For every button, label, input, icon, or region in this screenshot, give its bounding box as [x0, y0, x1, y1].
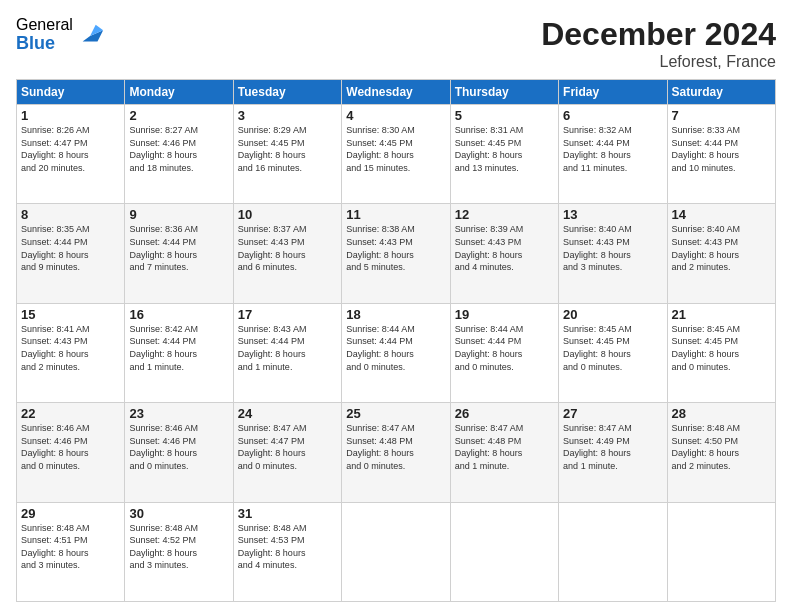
calendar-week-row: 22Sunrise: 8:46 AMSunset: 4:46 PMDayligh…	[17, 403, 776, 502]
day-number: 28	[672, 406, 771, 421]
calendar-day-cell: 14Sunrise: 8:40 AMSunset: 4:43 PMDayligh…	[667, 204, 775, 303]
day-number: 25	[346, 406, 445, 421]
day-info: Sunrise: 8:42 AMSunset: 4:44 PMDaylight:…	[129, 323, 228, 373]
day-number: 3	[238, 108, 337, 123]
calendar-day-cell: 19Sunrise: 8:44 AMSunset: 4:44 PMDayligh…	[450, 303, 558, 402]
title-block: December 2024 Leforest, France	[541, 16, 776, 71]
day-number: 27	[563, 406, 662, 421]
day-number: 6	[563, 108, 662, 123]
calendar-day-cell: 6Sunrise: 8:32 AMSunset: 4:44 PMDaylight…	[559, 105, 667, 204]
calendar-day-cell: 30Sunrise: 8:48 AMSunset: 4:52 PMDayligh…	[125, 502, 233, 601]
weekday-header-cell: Saturday	[667, 80, 775, 105]
day-number: 18	[346, 307, 445, 322]
day-number: 13	[563, 207, 662, 222]
calendar-day-cell: 11Sunrise: 8:38 AMSunset: 4:43 PMDayligh…	[342, 204, 450, 303]
calendar-day-cell: 7Sunrise: 8:33 AMSunset: 4:44 PMDaylight…	[667, 105, 775, 204]
logo-general: General	[16, 16, 73, 34]
calendar-day-cell: 4Sunrise: 8:30 AMSunset: 4:45 PMDaylight…	[342, 105, 450, 204]
calendar-body: 1Sunrise: 8:26 AMSunset: 4:47 PMDaylight…	[17, 105, 776, 602]
day-info: Sunrise: 8:48 AMSunset: 4:50 PMDaylight:…	[672, 422, 771, 472]
day-info: Sunrise: 8:37 AMSunset: 4:43 PMDaylight:…	[238, 223, 337, 273]
calendar-week-row: 29Sunrise: 8:48 AMSunset: 4:51 PMDayligh…	[17, 502, 776, 601]
calendar-day-cell: 18Sunrise: 8:44 AMSunset: 4:44 PMDayligh…	[342, 303, 450, 402]
day-info: Sunrise: 8:27 AMSunset: 4:46 PMDaylight:…	[129, 124, 228, 174]
day-number: 8	[21, 207, 120, 222]
day-number: 15	[21, 307, 120, 322]
day-info: Sunrise: 8:29 AMSunset: 4:45 PMDaylight:…	[238, 124, 337, 174]
calendar-day-cell: 16Sunrise: 8:42 AMSunset: 4:44 PMDayligh…	[125, 303, 233, 402]
weekday-header-cell: Monday	[125, 80, 233, 105]
calendar-day-cell	[667, 502, 775, 601]
day-info: Sunrise: 8:46 AMSunset: 4:46 PMDaylight:…	[129, 422, 228, 472]
day-number: 9	[129, 207, 228, 222]
calendar-week-row: 1Sunrise: 8:26 AMSunset: 4:47 PMDaylight…	[17, 105, 776, 204]
day-info: Sunrise: 8:47 AMSunset: 4:48 PMDaylight:…	[346, 422, 445, 472]
calendar-day-cell: 25Sunrise: 8:47 AMSunset: 4:48 PMDayligh…	[342, 403, 450, 502]
logo: General Blue	[16, 16, 105, 53]
day-info: Sunrise: 8:26 AMSunset: 4:47 PMDaylight:…	[21, 124, 120, 174]
calendar-day-cell: 5Sunrise: 8:31 AMSunset: 4:45 PMDaylight…	[450, 105, 558, 204]
calendar-day-cell: 15Sunrise: 8:41 AMSunset: 4:43 PMDayligh…	[17, 303, 125, 402]
calendar-day-cell: 27Sunrise: 8:47 AMSunset: 4:49 PMDayligh…	[559, 403, 667, 502]
day-info: Sunrise: 8:35 AMSunset: 4:44 PMDaylight:…	[21, 223, 120, 273]
calendar-day-cell: 17Sunrise: 8:43 AMSunset: 4:44 PMDayligh…	[233, 303, 341, 402]
logo-text: General Blue	[16, 16, 73, 53]
weekday-header-cell: Sunday	[17, 80, 125, 105]
calendar-day-cell: 8Sunrise: 8:35 AMSunset: 4:44 PMDaylight…	[17, 204, 125, 303]
day-number: 31	[238, 506, 337, 521]
weekday-header-cell: Thursday	[450, 80, 558, 105]
location-title: Leforest, France	[541, 53, 776, 71]
day-info: Sunrise: 8:31 AMSunset: 4:45 PMDaylight:…	[455, 124, 554, 174]
day-info: Sunrise: 8:44 AMSunset: 4:44 PMDaylight:…	[346, 323, 445, 373]
day-number: 16	[129, 307, 228, 322]
day-info: Sunrise: 8:39 AMSunset: 4:43 PMDaylight:…	[455, 223, 554, 273]
calendar-day-cell: 31Sunrise: 8:48 AMSunset: 4:53 PMDayligh…	[233, 502, 341, 601]
calendar-day-cell: 22Sunrise: 8:46 AMSunset: 4:46 PMDayligh…	[17, 403, 125, 502]
day-info: Sunrise: 8:36 AMSunset: 4:44 PMDaylight:…	[129, 223, 228, 273]
day-info: Sunrise: 8:48 AMSunset: 4:52 PMDaylight:…	[129, 522, 228, 572]
calendar-day-cell: 1Sunrise: 8:26 AMSunset: 4:47 PMDaylight…	[17, 105, 125, 204]
month-title: December 2024	[541, 16, 776, 53]
day-number: 24	[238, 406, 337, 421]
calendar-day-cell: 23Sunrise: 8:46 AMSunset: 4:46 PMDayligh…	[125, 403, 233, 502]
day-number: 1	[21, 108, 120, 123]
day-info: Sunrise: 8:45 AMSunset: 4:45 PMDaylight:…	[672, 323, 771, 373]
day-info: Sunrise: 8:47 AMSunset: 4:49 PMDaylight:…	[563, 422, 662, 472]
day-info: Sunrise: 8:46 AMSunset: 4:46 PMDaylight:…	[21, 422, 120, 472]
day-number: 11	[346, 207, 445, 222]
weekday-header-cell: Friday	[559, 80, 667, 105]
day-number: 7	[672, 108, 771, 123]
day-number: 19	[455, 307, 554, 322]
day-number: 14	[672, 207, 771, 222]
day-info: Sunrise: 8:33 AMSunset: 4:44 PMDaylight:…	[672, 124, 771, 174]
day-info: Sunrise: 8:40 AMSunset: 4:43 PMDaylight:…	[672, 223, 771, 273]
calendar-day-cell: 20Sunrise: 8:45 AMSunset: 4:45 PMDayligh…	[559, 303, 667, 402]
day-info: Sunrise: 8:38 AMSunset: 4:43 PMDaylight:…	[346, 223, 445, 273]
calendar-day-cell: 2Sunrise: 8:27 AMSunset: 4:46 PMDaylight…	[125, 105, 233, 204]
calendar-day-cell: 12Sunrise: 8:39 AMSunset: 4:43 PMDayligh…	[450, 204, 558, 303]
day-info: Sunrise: 8:48 AMSunset: 4:51 PMDaylight:…	[21, 522, 120, 572]
day-info: Sunrise: 8:45 AMSunset: 4:45 PMDaylight:…	[563, 323, 662, 373]
calendar-day-cell: 10Sunrise: 8:37 AMSunset: 4:43 PMDayligh…	[233, 204, 341, 303]
header: General Blue December 2024 Leforest, Fra…	[16, 16, 776, 71]
day-info: Sunrise: 8:32 AMSunset: 4:44 PMDaylight:…	[563, 124, 662, 174]
page: General Blue December 2024 Leforest, Fra…	[0, 0, 792, 612]
calendar-day-cell	[342, 502, 450, 601]
day-info: Sunrise: 8:43 AMSunset: 4:44 PMDaylight:…	[238, 323, 337, 373]
calendar-day-cell: 28Sunrise: 8:48 AMSunset: 4:50 PMDayligh…	[667, 403, 775, 502]
day-number: 30	[129, 506, 228, 521]
calendar-day-cell: 26Sunrise: 8:47 AMSunset: 4:48 PMDayligh…	[450, 403, 558, 502]
day-number: 2	[129, 108, 228, 123]
calendar-day-cell: 13Sunrise: 8:40 AMSunset: 4:43 PMDayligh…	[559, 204, 667, 303]
calendar-table: SundayMondayTuesdayWednesdayThursdayFrid…	[16, 79, 776, 602]
calendar-day-cell: 29Sunrise: 8:48 AMSunset: 4:51 PMDayligh…	[17, 502, 125, 601]
logo-blue: Blue	[16, 34, 73, 54]
day-number: 21	[672, 307, 771, 322]
day-number: 10	[238, 207, 337, 222]
calendar-week-row: 8Sunrise: 8:35 AMSunset: 4:44 PMDaylight…	[17, 204, 776, 303]
day-info: Sunrise: 8:48 AMSunset: 4:53 PMDaylight:…	[238, 522, 337, 572]
day-number: 22	[21, 406, 120, 421]
day-number: 23	[129, 406, 228, 421]
day-number: 5	[455, 108, 554, 123]
day-info: Sunrise: 8:47 AMSunset: 4:47 PMDaylight:…	[238, 422, 337, 472]
